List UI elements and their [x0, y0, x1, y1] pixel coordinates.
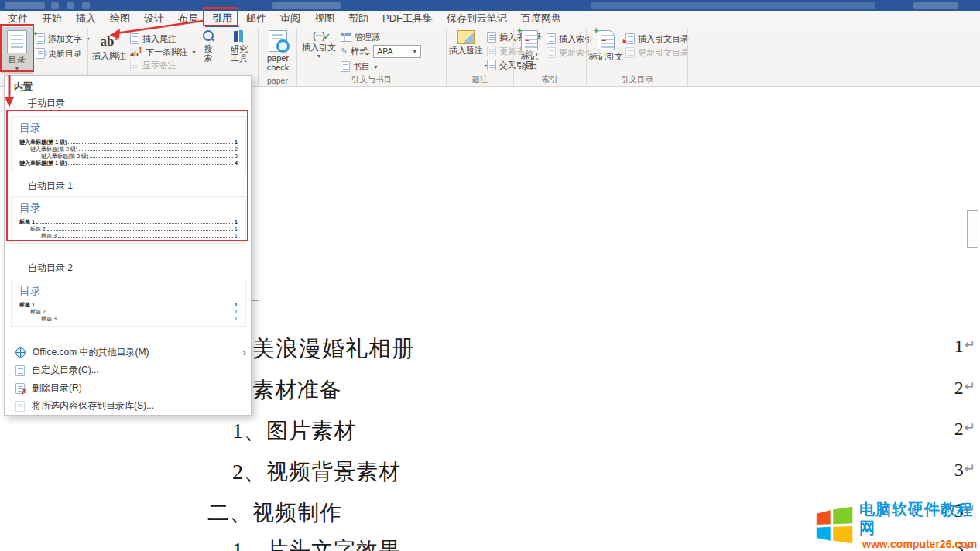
submenu-arrow-icon: › [243, 347, 246, 358]
tab-baidu-pan[interactable]: 百度网盘 [514, 11, 568, 27]
toc-line-text: 1、图片素材 [232, 419, 356, 443]
next-footnote-icon: ab1 [130, 46, 142, 58]
add-text-icon: + [36, 33, 45, 44]
group-label-paper: paper [259, 76, 296, 85]
tab-layout[interactable]: 布局 [171, 11, 205, 27]
toc-line[interactable]: 素材准备 [252, 375, 342, 405]
account-area[interactable] [913, 2, 958, 9]
show-notes-button: 显示备注 [130, 59, 176, 71]
tab-pdf-tools[interactable]: PDF工具集 [375, 11, 440, 27]
insert-caption-button[interactable]: 插入题注 [448, 27, 484, 75]
smart-search-button[interactable]: 搜索 [195, 27, 221, 75]
bibliography-label: 书目 [353, 61, 370, 73]
add-text-button[interactable]: + 添加文字 ▼ [36, 33, 91, 45]
gallery-item-manual-toc[interactable]: 目录 键入章标题(第 1 级)1 键入章标题(第 2 级)2 键入章标题(第 3… [11, 116, 246, 173]
mark-citation-button[interactable]: + − 标记引文 [588, 27, 624, 75]
toc-button[interactable]: 目录 ▼ [2, 27, 33, 74]
show-notes-icon [130, 60, 139, 70]
tab-mailings[interactable]: 邮件 [239, 11, 273, 27]
undo-icon[interactable] [67, 2, 74, 9]
next-footnote-label: 下一条脚注 [146, 46, 188, 58]
toc-line[interactable]: 二、视频制作 [207, 498, 342, 528]
toc-line-text: 素材准备 [252, 378, 342, 402]
toc-line[interactable]: 1、片头文字效果 [232, 536, 401, 551]
show-notes-label: 显示备注 [142, 60, 176, 71]
insert-citation-label: 插入引文 [302, 43, 336, 52]
toc-page-number: 1↵ [890, 336, 975, 357]
style-select[interactable]: APA ▼ [373, 45, 421, 58]
group-index: + − 标记条目 插入索引 更新索引 索引 [514, 27, 586, 87]
update-toc-label: 更新目录 [48, 48, 82, 60]
toc-preview-title: 目录 [19, 284, 238, 298]
mark-entry-button[interactable]: + − 标记条目 [516, 27, 543, 75]
watermark: 电脑软硬件教程网 www.computer26.com [815, 500, 980, 551]
books-icon [232, 30, 246, 43]
vertical-scrollbar-thumb[interactable] [967, 210, 978, 248]
insert-citation-icon: (--)✓ [313, 30, 325, 41]
menu-item-remove-toc[interactable]: ✗ 删除目录(R) [5, 379, 252, 397]
update-toa-icon [625, 47, 635, 58]
manual-toc-label: 手动目录 [28, 97, 65, 110]
menu-item-custom-toc[interactable]: 自定义目录(C)... [5, 361, 252, 379]
insert-endnote-icon [130, 33, 139, 44]
research-tool-button[interactable]: 研究工具 [226, 27, 252, 75]
bibliography-button[interactable]: 书目 ▼ [341, 60, 379, 73]
insert-footnote-icon: ab1 [101, 30, 118, 50]
search-icon [202, 30, 214, 43]
insert-index-icon [547, 33, 556, 44]
insert-footnote-button[interactable]: ab1 插入脚注 [91, 27, 127, 74]
group-paper: papercheck paper [259, 27, 296, 87]
return-mark: ↵ [965, 419, 975, 437]
menu-item-label: 自定义目录(C)... [32, 364, 99, 377]
tab-design[interactable]: 设计 [137, 11, 171, 27]
globe-icon [15, 347, 26, 358]
auto-toc-2-label: 自动目录 2 [28, 262, 73, 275]
next-footnote-button[interactable]: ab1 下一条脚注 ▼ [130, 46, 197, 58]
toc-page-number: 2↵ [890, 419, 975, 440]
research-tool-label: 研究工具 [229, 44, 249, 63]
save-icon[interactable] [51, 2, 59, 9]
tab-review[interactable]: 审阅 [273, 11, 307, 27]
insert-toa-button[interactable]: ▸ 插入引文目录 [625, 33, 689, 45]
insert-footnote-label: 插入脚注 [92, 51, 126, 60]
style-value: APA [377, 46, 392, 56]
tab-draw[interactable]: 绘图 [103, 11, 137, 27]
insert-toa-icon: ▸ [625, 33, 635, 44]
gallery-item-auto-toc-2[interactable]: 目录 标题 11 标题 21 标题 31 [11, 279, 246, 327]
search-box[interactable] [591, 2, 875, 9]
gallery-item-auto-toc-1[interactable]: 目录 标题 11 标题 21 标题 31 [11, 196, 246, 244]
update-toc-button[interactable]: ! 更新目录 [36, 47, 82, 60]
tab-view[interactable]: 视图 [307, 11, 341, 27]
toc-line[interactable]: 美浪漫婚礼相册 [252, 334, 415, 364]
style-label: 样式: [351, 46, 370, 57]
manage-sources-button[interactable]: 管理源 [341, 31, 380, 43]
paper-check-button[interactable]: papercheck [262, 27, 294, 75]
document-icon [15, 401, 25, 412]
tab-home[interactable]: 开始 [35, 11, 69, 27]
toc-line[interactable]: 1、图片素材 [232, 416, 356, 446]
paper-check-icon [269, 30, 287, 52]
menu-item-more-toc-from-office[interactable]: Office.com 中的其他目录(M) › [5, 344, 252, 361]
group-label-captions: 题注 [447, 74, 513, 85]
toc-line[interactable]: 2、视频背景素材 [232, 457, 401, 487]
insert-citation-button[interactable]: (--)✓ 插入引文 ▼ [302, 27, 336, 75]
tab-insert[interactable]: 插入 [69, 11, 103, 27]
insert-toa-label: 插入引文目录 [638, 33, 689, 45]
tab-save-cloud-note[interactable]: 保存到云笔记 [440, 11, 514, 27]
ribbon-tab-row: 文件 开始 插入 绘图 设计 布局 引用 邮件 审阅 视图 帮助 PDF工具集 … [0, 11, 980, 27]
autosave-toggle[interactable] [5, 2, 45, 9]
style-icon: ✎ [341, 46, 348, 56]
insert-endnote-button[interactable]: 插入尾注 [130, 33, 176, 45]
chevron-down-icon: ▼ [15, 66, 20, 71]
tab-file[interactable]: 文件 [1, 11, 35, 27]
chevron-down-icon: ▼ [317, 53, 322, 59]
toc-preview-title: 目录 [19, 201, 238, 215]
tab-references[interactable]: 引用 [205, 11, 239, 27]
redo-icon[interactable] [82, 2, 90, 9]
toc-preview-title: 目录 [19, 121, 238, 135]
style-row: ✎ 样式: APA ▼ [341, 45, 421, 57]
tab-help[interactable]: 帮助 [341, 11, 375, 27]
group-citations: (--)✓ 插入引文 ▼ 管理源 ✎ 样式: APA ▼ 书目 ▼ 引文与书目 [297, 27, 446, 87]
remove-toc-icon: ✗ [15, 383, 25, 394]
chevron-down-icon: ▼ [412, 49, 417, 54]
